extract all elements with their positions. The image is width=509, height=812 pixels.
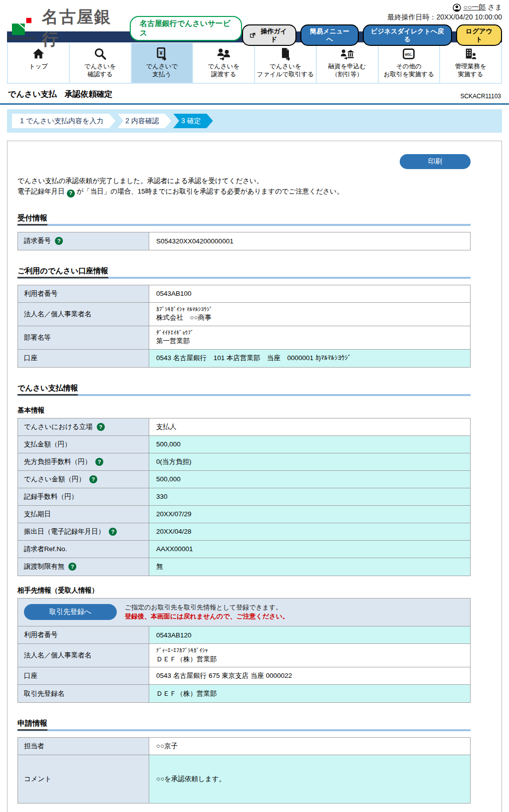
table-row: 請求番号? S054320XX04200000001 [18, 232, 470, 250]
back-to-business-direct-button[interactable]: ビジネスダイレクトへ戻る [363, 24, 452, 46]
section-title-application: 申請情報 [17, 719, 471, 731]
partner-user-number-value: 0543AB120 [149, 626, 470, 643]
request-number-value: S054320XX04200000001 [149, 232, 470, 250]
table-row: でんさいにおける立場? 支払人 [18, 418, 470, 436]
register-partner-button[interactable]: 取引先登録へ [24, 604, 117, 620]
account-value: 0543 名古屋銀行 101 本店営業部 当座 0000001 ｶ)ﾏﾙﾏﾙｼﾖ… [149, 350, 470, 367]
densai-amount-value: 500,000 [149, 471, 470, 488]
page-title: でんさい支払 承認依頼確定 [8, 89, 113, 100]
table-row: 先方負担手数料（円）? 0(当方負担) [18, 453, 470, 471]
staff-value: ○○京子 [149, 738, 470, 755]
logout-button[interactable]: ログアウト [456, 24, 502, 46]
header-user-area: ○○一郎さま 最終操作日時：20XX/04/20 10:00:00 操作ガイド [242, 3, 502, 51]
table-row: 利用者番号 0543AB100 [18, 285, 470, 303]
table-row: 口座 0543 名古屋銀行 675 東京支店 当座 0000022 [18, 667, 470, 685]
table-row: 支払金額（円） 500,000 [18, 436, 470, 453]
table-row: 口座 0543 名古屋銀行 101 本店営業部 当座 0000001 ｶ)ﾏﾙﾏ… [18, 350, 470, 367]
table-row: 部署名等 ﾀﾞｲｲﾁｴｲｷﾞｮｳﾌﾞ 第一営業部 [18, 326, 470, 350]
partner-banner-info: ご指定のお取引先を取引先情報として登録できます。 [125, 604, 282, 611]
step-1-input: 1 でんさい支払内容を入力 [12, 114, 115, 129]
table-row: 利用者番号 0543AB120 [18, 626, 470, 644]
requester-ref-value: AAXX00001 [149, 541, 470, 558]
comment-value: ○○を承認依頼します。 [149, 755, 470, 803]
partner-banner-warning: 登録後、本画面には戻れませんので、ご注意ください。 [125, 612, 289, 620]
table-row: コメント ○○を承認依頼します。 [18, 755, 470, 803]
table-row: 請求者Ref.No. AAXX00001 [18, 541, 470, 558]
due-date-value: 20XX/07/29 [149, 506, 470, 523]
service-badge: 名古屋銀行でんさいサービス [130, 16, 242, 41]
table-row: 法人名／個人事業者名 ｶﾌﾞｼｷｶﾞｲｼｬ ﾏﾙﾏﾙｼﾖｳｼﾞ 株式会社 ○○商… [18, 303, 470, 326]
section-title-payment: でんさい支払情報 [17, 384, 471, 396]
user-number-value: 0543AB100 [149, 285, 470, 302]
section-title-account: ご利用のでんさい口座情報 [17, 266, 471, 279]
bank-logo-icon: Bank of NAGOYA [7, 16, 36, 40]
bank-logo-caption: Bank of NAGOYA [7, 36, 36, 40]
help-icon[interactable]: ? [109, 528, 117, 536]
help-icon[interactable]: ? [67, 190, 75, 198]
last-operation-time: 最終操作日時：20XX/04/20 10:00:00 [242, 13, 502, 22]
record-fee-value: 330 [149, 488, 470, 505]
partner-registered-name-value: ＤＥＦ（株）営業部 [149, 685, 470, 702]
partner-account-value: 0543 名古屋銀行 675 東京支店 当座 0000022 [149, 667, 470, 684]
basic-info-table: でんさいにおける立場? 支払人 支払金額（円） 500,000 先方負担手数料（… [17, 418, 471, 576]
svg-text:etc.: etc. [405, 52, 413, 57]
help-icon[interactable]: ? [97, 423, 105, 431]
completion-notice: でんさい支払の承認依頼が完了しました。承認者による承認を受けてください。 電子記… [17, 176, 471, 197]
subsection-title-partner: 相手先情報（受取人情報） [17, 586, 471, 595]
densai-service-page: Bank of NAGOYA 名古屋銀行 名古屋銀行でんさいサービス ○○一郎さ… [0, 0, 509, 812]
step-3-complete: 3 確定 [173, 114, 213, 129]
help-icon[interactable]: ? [68, 563, 76, 571]
header: Bank of NAGOYA 名古屋銀行 名古屋銀行でんさいサービス ○○一郎さ… [0, 0, 509, 43]
table-row: でんさい金額（円）? 500,000 [18, 471, 470, 488]
help-icon[interactable]: ? [95, 458, 103, 466]
step-2-confirm: 2 内容確認 [117, 114, 171, 129]
payment-amount-value: 500,000 [149, 436, 470, 453]
table-row: 振出日（電子記録年月日）? 20XX/04/28 [18, 523, 470, 541]
issue-date-value: 20XX/04/28 [149, 523, 470, 540]
table-row: 支払期日 20XX/07/29 [18, 506, 470, 523]
step-indicator: 1 でんさい支払内容を入力 2 内容確認 3 確定 [7, 109, 502, 133]
table-row: 担当者 ○○京子 [18, 738, 470, 755]
page-title-row: でんさい支払 承認依頼確定 SCKACR11103 [0, 84, 509, 105]
account-table: 利用者番号 0543AB100 法人名／個人事業者名 ｶﾌﾞｼｷｶﾞｲｼｬ ﾏﾙ… [17, 285, 471, 368]
simple-menu-button[interactable]: 簡易メニューへ [300, 24, 358, 46]
subsection-title-basic: 基本情報 [17, 406, 471, 415]
help-icon[interactable]: ? [55, 237, 63, 245]
partner-fee-value: 0(当方負担) [149, 453, 470, 470]
table-row: 譲渡制限有無? 無 [18, 558, 470, 576]
table-row: 取引先登録名 ＤＥＦ（株）営業部 [18, 685, 470, 702]
bank-logo: Bank of NAGOYA 名古屋銀行 名古屋銀行でんさいサービス [7, 3, 242, 51]
position-value: 支払人 [149, 418, 470, 435]
table-row: 法人名／個人事業者名 ﾃﾞｨｰｴｰｴﾌｶﾌﾞｼｷｶﾞｲｼｬ ＤＥＦ（株）営業部 [18, 644, 470, 667]
help-icon[interactable]: ? [89, 475, 97, 483]
department-value: ﾀﾞｲｲﾁｴｲｷﾞｮｳﾌﾞ 第一営業部 [149, 326, 470, 349]
print-button-top[interactable]: 印刷 [400, 154, 471, 169]
company-name-value: ｶﾌﾞｼｷｶﾞｲｼｬ ﾏﾙﾏﾙｼﾖｳｼﾞ 株式会社 ○○商事 [149, 303, 470, 326]
external-link-icon [250, 32, 256, 39]
guide-button[interactable]: 操作ガイド [242, 24, 296, 46]
bank-name: 名古屋銀行 [42, 6, 124, 51]
section-title-reception: 受付情報 [17, 213, 471, 226]
user-icon [453, 3, 461, 12]
application-table: 担当者 ○○京子 コメント ○○を承認依頼します。 [17, 737, 471, 804]
partner-company-name-value: ﾃﾞｨｰｴｰｴﾌｶﾌﾞｼｷｶﾞｲｼｬ ＤＥＦ（株）営業部 [149, 644, 470, 667]
reception-table: 請求番号? S054320XX04200000001 [17, 232, 471, 250]
partner-info-table: 取引先登録へ ご指定のお取引先を取引先情報として登録できます。 登録後、本画面に… [17, 598, 471, 703]
user-name-suffix: さま [488, 3, 502, 12]
transfer-restriction-value: 無 [149, 558, 470, 576]
content-panel: 印刷 でんさい支払の承認依頼が完了しました。承認者による承認を受けてください。 … [7, 141, 502, 812]
partner-register-banner: 取引先登録へ ご指定のお取引先を取引先情報として登録できます。 登録後、本画面に… [18, 599, 470, 627]
screen-code: SCKACR11103 [460, 93, 501, 100]
table-row: 記録手数料（円） 330 [18, 488, 470, 506]
user-name-link[interactable]: ○○一郎 [463, 3, 486, 12]
